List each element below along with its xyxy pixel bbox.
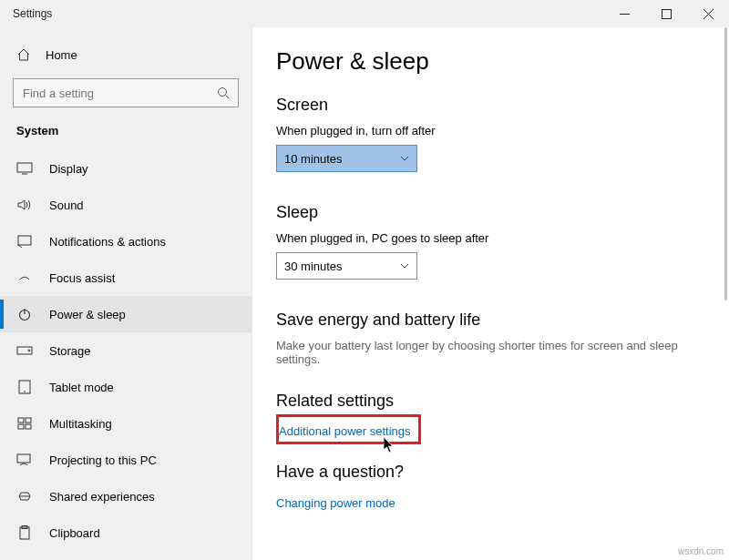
nav-label: Power & sleep — [49, 308, 126, 321]
home-label: Home — [46, 48, 77, 62]
close-button[interactable] — [687, 0, 729, 27]
nav-label: Notifications & actions — [49, 235, 166, 249]
section-label: System — [0, 118, 252, 150]
svg-line-5 — [226, 96, 230, 99]
page-title: Power & sleep — [276, 47, 693, 76]
minimize-icon — [620, 9, 630, 19]
home-nav[interactable]: Home — [0, 38, 252, 71]
nav-label: Tablet mode — [49, 381, 114, 394]
svg-rect-1 — [662, 9, 671, 18]
nav-label: Storage — [49, 344, 91, 358]
svg-rect-16 — [26, 418, 31, 423]
svg-rect-6 — [17, 163, 32, 172]
scrollbar[interactable] — [716, 27, 729, 560]
screen-label: When plugged in, turn off after — [276, 124, 693, 137]
sidebar: Home System Display Sound — [0, 27, 252, 560]
maximize-icon — [662, 9, 672, 19]
display-icon — [16, 162, 33, 175]
sidebar-item-tablet-mode[interactable]: Tablet mode — [0, 369, 252, 405]
sound-icon — [16, 199, 33, 211]
svg-rect-8 — [18, 236, 31, 245]
nav-label: Clipboard — [49, 526, 100, 540]
tablet-icon — [16, 380, 33, 394]
sidebar-item-multitasking[interactable]: Multitasking — [0, 405, 252, 442]
sidebar-item-clipboard[interactable]: Clipboard — [0, 514, 252, 551]
search-box[interactable] — [13, 78, 239, 107]
sleep-label: When plugged in, PC goes to sleep after — [276, 231, 693, 245]
sidebar-item-display[interactable]: Display — [0, 150, 252, 187]
nav-label: Focus assist — [49, 271, 115, 285]
window-title: Settings — [13, 7, 52, 20]
sleep-timeout-value: 30 minutes — [284, 260, 343, 273]
notifications-icon — [16, 235, 33, 248]
svg-rect-15 — [18, 418, 24, 423]
nav-label: Sound — [49, 199, 84, 212]
clipboard-icon — [16, 525, 33, 540]
svg-rect-18 — [26, 424, 31, 429]
power-icon — [16, 307, 33, 321]
sidebar-item-storage[interactable]: Storage — [0, 332, 252, 369]
save-energy-desc: Make your battery last longer by choosin… — [276, 339, 693, 366]
sleep-heading: Sleep — [276, 203, 693, 222]
sidebar-item-power-sleep[interactable]: Power & sleep — [0, 296, 252, 332]
save-energy-heading: Save energy and battery life — [276, 311, 693, 330]
scrollbar-thumb[interactable] — [724, 27, 727, 300]
nav-label: Multitasking — [49, 417, 112, 431]
svg-rect-19 — [17, 454, 30, 463]
changing-power-mode-link[interactable]: Changing power mode — [276, 496, 395, 510]
svg-point-12 — [28, 350, 30, 351]
minimize-button[interactable] — [603, 0, 645, 27]
multitasking-icon — [16, 417, 33, 430]
screen-timeout-select[interactable]: 10 minutes — [276, 145, 417, 172]
nav-label: Projecting to this PC — [49, 453, 157, 467]
search-input[interactable] — [13, 78, 239, 107]
screen-heading: Screen — [276, 96, 693, 115]
search-icon — [217, 87, 230, 99]
sidebar-item-notifications[interactable]: Notifications & actions — [0, 223, 252, 260]
highlighted-box: Additional power settings — [276, 414, 421, 444]
sleep-timeout-select[interactable]: 30 minutes — [276, 252, 417, 280]
titlebar: Settings — [0, 0, 729, 27]
screen-timeout-value: 10 minutes — [284, 152, 343, 166]
question-heading: Have a question? — [276, 463, 693, 482]
home-icon — [16, 47, 31, 62]
svg-point-4 — [219, 88, 227, 97]
related-heading: Related settings — [276, 392, 693, 411]
nav-label: Shared experiences — [49, 490, 155, 504]
sidebar-item-projecting[interactable]: Projecting to this PC — [0, 442, 252, 478]
projecting-icon — [16, 453, 33, 466]
sidebar-item-sound[interactable]: Sound — [0, 187, 252, 223]
sidebar-item-focus-assist[interactable]: Focus assist — [0, 260, 252, 296]
svg-rect-17 — [18, 424, 24, 429]
storage-icon — [16, 345, 33, 356]
close-icon — [703, 9, 714, 19]
sidebar-item-shared-experiences[interactable]: Shared experiences — [0, 478, 252, 514]
additional-power-settings-link[interactable]: Additional power settings — [279, 424, 411, 438]
chevron-down-icon — [400, 152, 409, 166]
chevron-down-icon — [400, 260, 409, 273]
maximize-button[interactable] — [645, 0, 687, 27]
nav-label: Display — [49, 162, 88, 176]
content-area: Power & sleep Screen When plugged in, tu… — [252, 27, 729, 560]
shared-icon — [16, 489, 33, 504]
watermark: wsxdn.com — [678, 546, 724, 556]
focus-assist-icon — [16, 270, 33, 285]
